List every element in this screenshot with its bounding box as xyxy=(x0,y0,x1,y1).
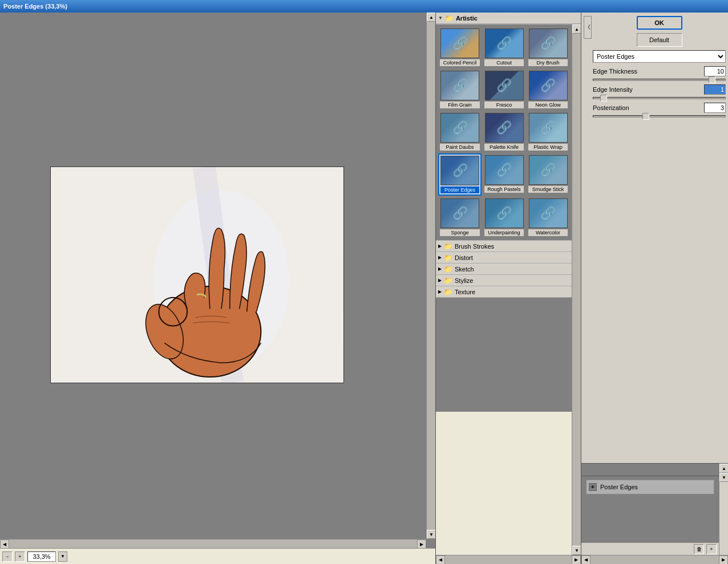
zoom-input[interactable]: 33,3% xyxy=(27,551,56,562)
collapsed-categories: ▶ 📁 Brush Strokes ▶ 📁 Distort ▶ 📁 Sketch… xyxy=(436,240,572,298)
thumb-item-rough-pastels[interactable]: 🔗 Rough Pastels xyxy=(483,153,525,196)
posterization-thumb[interactable] xyxy=(642,113,649,120)
posterization-input[interactable] xyxy=(704,103,726,113)
eye-icon[interactable]: 👁 xyxy=(589,483,597,491)
layer-panel-row: 👁 Poster Edges 🗑 + ▲ ▼ xyxy=(581,463,728,555)
edge-thickness-input[interactable] xyxy=(704,66,726,76)
thumb-label-palette-knife: Palette Knife xyxy=(484,144,524,151)
layer-panel-inner: 👁 Poster Edges 🗑 + xyxy=(581,464,719,555)
thumb-overlay-neon-glow: 🔗 xyxy=(529,71,567,100)
layer-hscroll-right[interactable]: ▶ xyxy=(719,555,728,565)
thumb-item-colored-pencil[interactable]: 🔗 Colored Pencil xyxy=(438,27,482,68)
thumb-overlay-film-grain: 🔗 xyxy=(441,71,479,100)
filter-hscroll-track xyxy=(445,555,572,564)
artistic-arrow: ▼ xyxy=(438,15,443,21)
edge-intensity-slider[interactable] xyxy=(593,97,726,99)
thumb-overlay-plastic-wrap: 🔗 xyxy=(529,113,567,142)
thumb-item-film-grain[interactable]: 🔗 Film Grain xyxy=(438,69,482,110)
cat-folder-4: 📁 xyxy=(444,288,452,296)
thumb-label-film-grain: Film Grain xyxy=(440,102,480,108)
layer-item-poster-edges[interactable]: 👁 Poster Edges xyxy=(586,480,714,494)
scroll-up-btn[interactable]: ▲ xyxy=(427,13,435,22)
filter-hscroll-right[interactable]: ▶ xyxy=(572,555,581,565)
zoom-arrow-btn[interactable]: ▼ xyxy=(58,551,67,562)
layer-hscrollbar[interactable]: ◀ ▶ xyxy=(581,555,728,564)
layer-scroll-down[interactable]: ▼ xyxy=(719,473,728,482)
filter-vscrollbar[interactable]: ▲ ▼ xyxy=(572,25,581,555)
filter-browser-panel: ▼ 📁 Artistic 🔗 Colored Pencil 🔗 Cutout xyxy=(435,13,581,564)
filter-hscroll-left[interactable]: ◀ xyxy=(436,555,445,565)
thumb-item-paint-daubs[interactable]: 🔗 Paint Daubs xyxy=(438,111,482,152)
thumb-overlay-fresco: 🔗 xyxy=(486,71,523,100)
filter-dropdown[interactable]: Poster Edges xyxy=(593,50,726,63)
zoom-plus-btn[interactable]: + xyxy=(15,551,25,562)
layer-item-label: Poster Edges xyxy=(600,484,638,490)
cat-label-3: Stylize xyxy=(455,277,473,284)
thumb-img-sponge: 🔗 xyxy=(440,198,479,228)
posterization-slider[interactable] xyxy=(593,115,726,117)
thumb-label-poster-edges: Poster Edges xyxy=(440,186,479,193)
thumb-label-rough-pastels: Rough Pastels xyxy=(484,186,524,193)
thumb-item-watercolor[interactable]: 🔗 Watercolor xyxy=(527,197,569,238)
layer-vscrollbar[interactable]: ▲ ▼ xyxy=(719,464,728,555)
thumb-item-sponge[interactable]: 🔗 Sponge xyxy=(438,197,482,238)
collapsed-category-brush-strokes[interactable]: ▶ 📁 Brush Strokes xyxy=(436,241,572,252)
thumb-overlay-paint-daubs: 🔗 xyxy=(441,113,479,142)
thumb-item-neon-glow[interactable]: 🔗 Neon Glow xyxy=(527,69,569,110)
collapsed-category-stylize[interactable]: ▶ 📁 Stylize xyxy=(436,275,572,286)
thumb-item-poster-edges[interactable]: 🔗 Poster Edges xyxy=(438,153,482,196)
canvas-image xyxy=(50,167,344,383)
scroll-left-btn[interactable]: ◀ xyxy=(0,539,9,548)
collapse-btn[interactable]: 《 xyxy=(584,16,592,39)
thumb-label-underpainting: Underpainting xyxy=(484,229,524,236)
thumb-img-neon-glow: 🔗 xyxy=(529,71,568,100)
ok-button[interactable]: OK xyxy=(637,16,682,30)
thumb-item-plastic-wrap[interactable]: 🔗 Plastic Wrap xyxy=(527,111,569,152)
settings-column: 《 OK Default Poster Edges xyxy=(581,13,728,564)
collapsed-category-distort[interactable]: ▶ 📁 Distort xyxy=(436,252,572,263)
thumb-item-palette-knife[interactable]: 🔗 Palette Knife xyxy=(483,111,525,152)
filter-hscrollbar[interactable]: ◀ ▶ xyxy=(436,555,581,564)
layer-scroll-up[interactable]: ▲ xyxy=(719,464,728,473)
cat-folder-0: 📁 xyxy=(444,242,452,250)
filter-content-row: 🔗 Colored Pencil 🔗 Cutout 🔗 Dry Brush 🔗 … xyxy=(436,25,581,555)
thumb-overlay-smudge-stick: 🔗 xyxy=(529,156,567,184)
thumb-overlay-watercolor: 🔗 xyxy=(529,199,567,228)
layer-hscroll-left[interactable]: ◀ xyxy=(581,555,591,565)
collapsed-category-texture[interactable]: ▶ 📁 Texture xyxy=(436,286,572,298)
filter-scroll-up[interactable]: ▲ xyxy=(572,25,581,34)
edge-intensity-thumb[interactable] xyxy=(600,95,607,102)
layer-new-btn[interactable]: + xyxy=(706,544,717,554)
edge-intensity-row: Edge Intensity xyxy=(593,84,726,99)
thumb-item-fresco[interactable]: 🔗 Fresco xyxy=(483,69,525,110)
thumb-item-cutout[interactable]: 🔗 Cutout xyxy=(483,27,525,68)
edge-intensity-input[interactable] xyxy=(704,84,726,95)
layer-delete-btn[interactable]: 🗑 xyxy=(694,544,704,554)
thumb-img-watercolor: 🔗 xyxy=(529,198,568,228)
canvas-vscrollbar[interactable]: ▲ ▼ xyxy=(426,13,435,539)
scroll-right-btn[interactable]: ▶ xyxy=(417,539,426,548)
scroll-down-btn[interactable]: ▼ xyxy=(427,530,435,539)
default-button[interactable]: Default xyxy=(637,33,682,47)
thumb-item-smudge-stick[interactable]: 🔗 Smudge Stick xyxy=(527,153,569,196)
thumb-img-cutout: 🔗 xyxy=(485,29,524,58)
artistic-category-header[interactable]: ▼ 📁 Artistic xyxy=(436,13,581,24)
thumb-img-plastic-wrap: 🔗 xyxy=(529,113,568,143)
layer-list: 👁 Poster Edges xyxy=(581,476,719,542)
thumb-img-smudge-stick: 🔗 xyxy=(529,155,568,185)
thumb-item-dry-brush[interactable]: 🔗 Dry Brush xyxy=(527,27,569,68)
default-btn-row: Default xyxy=(593,33,726,47)
thumb-img-underpainting: 🔗 xyxy=(485,198,524,228)
zoom-minus-btn[interactable]: − xyxy=(2,551,13,562)
cat-label-2: Sketch xyxy=(455,266,474,273)
edge-thickness-header: Edge Thickness xyxy=(593,66,726,76)
canvas-scroll-area[interactable]: ▲ ▼ ◀ ▶ xyxy=(0,13,435,548)
edge-thickness-slider[interactable] xyxy=(593,79,726,81)
thumb-overlay-rough-pastels: 🔗 xyxy=(486,156,523,184)
canvas-hscrollbar[interactable]: ◀ ▶ xyxy=(0,539,426,548)
edge-thickness-thumb[interactable] xyxy=(709,76,715,83)
thumb-item-underpainting[interactable]: 🔗 Underpainting xyxy=(483,197,525,238)
bottom-bar: − + 33,3% ▼ xyxy=(0,548,435,564)
collapsed-category-sketch[interactable]: ▶ 📁 Sketch xyxy=(436,263,572,275)
filter-scroll-down[interactable]: ▼ xyxy=(572,546,581,555)
